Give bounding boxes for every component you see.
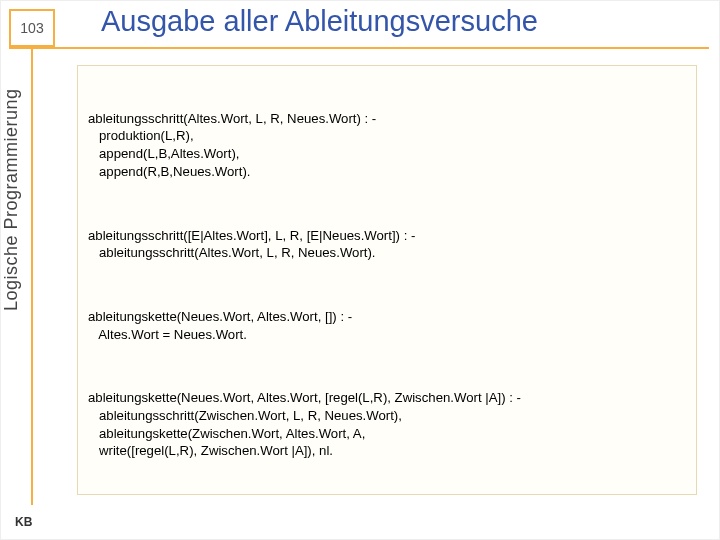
code-block: ableitungskette(Neues.Wort, Altes.Wort, … xyxy=(88,308,686,344)
footer-author: KB xyxy=(15,515,32,529)
page-number: 103 xyxy=(9,9,55,47)
page-title: Ausgabe aller Ableitungsversuche xyxy=(101,5,709,38)
code-block: ableitungsschritt([E|Altes.Wort], L, R, … xyxy=(88,227,686,263)
side-label: Logische Programmierung xyxy=(1,11,22,311)
code-box: ableitungsschritt(Altes.Wort, L, R, Neue… xyxy=(77,65,697,495)
code-block: ableitungsschritt(Altes.Wort, L, R, Neue… xyxy=(88,110,686,181)
decor-vline xyxy=(31,45,33,505)
code-block: ableitungskette(Neues.Wort, Altes.Wort, … xyxy=(88,389,686,460)
slide: 103 Ausgabe aller Ableitungsversuche Log… xyxy=(0,0,720,540)
decor-hline xyxy=(9,47,709,49)
